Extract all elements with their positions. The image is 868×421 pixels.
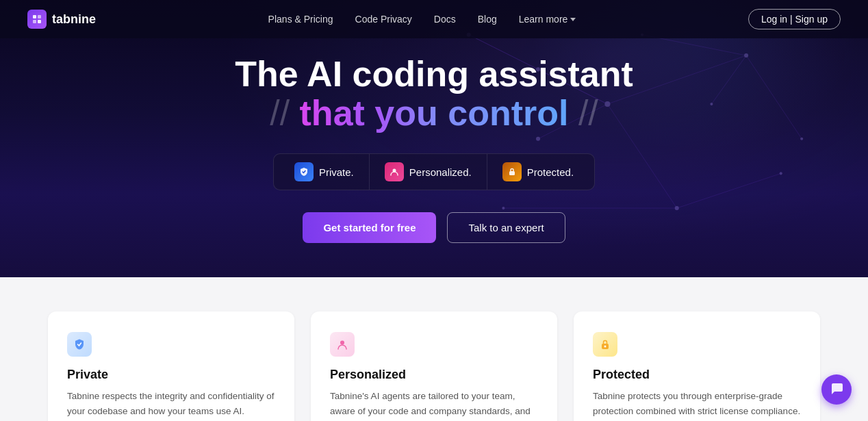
svg-point-19 (675, 206, 679, 210)
svg-rect-27 (509, 171, 515, 175)
card-personalized-desc: Tabnine's AI agents are tailored to your… (330, 389, 538, 421)
card-private-title: Private (67, 368, 275, 382)
badge-personalized-label: Personalized. (409, 166, 472, 178)
svg-rect-1 (38, 15, 41, 18)
hero-title-line2: // that you control // (270, 94, 598, 133)
hero-word-you: you (374, 93, 437, 133)
svg-line-11 (712, 55, 747, 104)
badge-private: Private. (279, 154, 369, 190)
svg-point-30 (604, 346, 607, 348)
card-private-desc: Tabnine respects the integrity and confi… (67, 389, 275, 418)
card-protected-desc: Tabnine protects you through enterprise-… (593, 389, 801, 418)
auth-button[interactable]: Log in | Sign up (748, 9, 841, 29)
svg-point-25 (711, 103, 713, 105)
svg-line-8 (677, 173, 781, 208)
talk-to-expert-button[interactable]: Talk to an expert (447, 212, 565, 243)
card-protected-icon (593, 332, 617, 357)
svg-point-16 (605, 101, 611, 107)
svg-point-28 (340, 341, 344, 345)
nav-link-privacy[interactable]: Code Privacy (355, 14, 412, 25)
card-personalized: Personalized Tabnine's AI agents are tai… (311, 311, 557, 421)
svg-point-20 (780, 172, 782, 175)
svg-rect-3 (38, 20, 41, 23)
personalized-icon (385, 162, 404, 181)
card-protected-title: Protected (593, 368, 801, 382)
chevron-down-icon (570, 18, 576, 21)
svg-rect-2 (33, 20, 36, 23)
svg-rect-0 (33, 15, 36, 18)
hero-word-that: that (300, 93, 365, 133)
slash-left-icon: // (270, 93, 290, 133)
hero-title-line1: The AI coding assistant (235, 55, 633, 94)
svg-point-17 (744, 53, 748, 58)
hero-word-control: control (448, 93, 568, 133)
nav-link-blog[interactable]: Blog (478, 14, 497, 25)
badge-protected-label: Protected. (527, 166, 574, 178)
logo-icon (27, 10, 47, 29)
svg-line-6 (746, 55, 802, 139)
logo-text: tabnine (52, 12, 96, 27)
svg-point-18 (800, 138, 803, 140)
protected-lock-icon (502, 162, 522, 181)
hero-cta-row: Get started for free Talk to an expert (303, 212, 565, 243)
navbar: tabnine Plans & Pricing Code Privacy Doc… (0, 0, 868, 38)
nav-links: Plans & Pricing Code Privacy Docs Blog L… (268, 14, 576, 25)
logo[interactable]: tabnine (27, 10, 96, 29)
hero-badges-bar: Private. Personalized. Protected. (273, 153, 595, 190)
chat-widget-button[interactable] (821, 374, 852, 405)
card-private-icon (67, 332, 92, 357)
hero-section: The AI coding assistant // that you cont… (0, 0, 868, 277)
svg-point-21 (536, 137, 540, 141)
nav-link-learn-more[interactable]: Learn more (519, 14, 576, 25)
badge-protected: Protected. (487, 154, 589, 190)
get-started-button[interactable]: Get started for free (303, 212, 436, 243)
badge-private-label: Private. (319, 166, 354, 178)
card-personalized-title: Personalized (330, 368, 538, 382)
svg-line-7 (608, 104, 677, 208)
card-private: Private Tabnine respects the integrity a… (48, 311, 294, 421)
private-shield-icon (294, 162, 314, 181)
card-personalized-icon (330, 332, 355, 357)
cards-section: Private Tabnine respects the integrity a… (0, 277, 868, 421)
slash-right-icon: // (578, 93, 598, 133)
badge-personalized: Personalized. (369, 154, 487, 190)
card-protected: Protected Tabnine protects you through e… (574, 311, 820, 421)
svg-point-22 (502, 207, 505, 209)
nav-link-plans[interactable]: Plans & Pricing (268, 14, 333, 25)
chat-widget-icon (829, 381, 844, 399)
nav-link-docs[interactable]: Docs (434, 14, 456, 25)
